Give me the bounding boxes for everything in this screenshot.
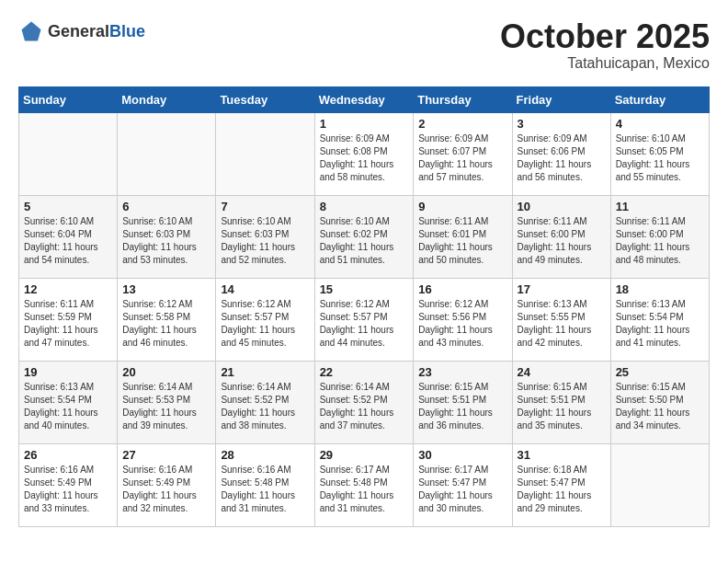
daylight-text: Daylight: 11 hoursand 43 minutes. — [418, 324, 506, 350]
sunrise-text: Sunrise: 6:10 AM — [122, 215, 210, 228]
sunrise-text: Sunrise: 6:09 AM — [518, 132, 606, 145]
sunset-text: Sunset: 5:56 PM — [418, 311, 506, 324]
daylight-hours: Daylight: 11 hours — [320, 158, 409, 171]
calendar-cell: 5Sunrise: 6:10 AMSunset: 6:04 PMDaylight… — [19, 195, 118, 278]
daylight-minutes: and 44 minutes. — [320, 337, 409, 350]
day-info: Sunrise: 6:10 AMSunset: 6:02 PMDaylight:… — [320, 215, 409, 267]
calendar-cell: 10Sunrise: 6:11 AMSunset: 6:00 PMDayligh… — [512, 195, 610, 278]
day-number: 11 — [616, 200, 704, 213]
daylight-minutes: and 34 minutes. — [616, 419, 704, 432]
daylight-minutes: and 31 minutes. — [221, 502, 309, 515]
sunrise-text: Sunrise: 6:09 AM — [418, 132, 506, 145]
daylight-text: Daylight: 11 hoursand 56 minutes. — [518, 158, 606, 184]
daylight-text: Daylight: 11 hoursand 57 minutes. — [418, 158, 506, 184]
weekday-header-thursday: Thursday — [414, 86, 512, 112]
calendar-cell: 11Sunrise: 6:11 AMSunset: 6:00 PMDayligh… — [610, 195, 709, 278]
calendar-cell: 22Sunrise: 6:14 AMSunset: 5:52 PMDayligh… — [314, 361, 414, 443]
day-info: Sunrise: 6:13 AMSunset: 5:54 PMDaylight:… — [24, 381, 112, 432]
daylight-hours: Daylight: 11 hours — [518, 158, 606, 171]
daylight-hours: Daylight: 11 hours — [418, 407, 506, 419]
daylight-minutes: and 36 minutes. — [418, 419, 506, 432]
sunset-text: Sunset: 5:49 PM — [122, 477, 210, 489]
daylight-text: Daylight: 11 hoursand 49 minutes. — [518, 241, 606, 267]
daylight-hours: Daylight: 11 hours — [418, 158, 506, 171]
month-title: October 2025 — [500, 18, 710, 55]
day-number: 27 — [122, 448, 210, 462]
day-info: Sunrise: 6:10 AMSunset: 6:03 PMDaylight:… — [221, 215, 309, 267]
daylight-text: Daylight: 11 hoursand 34 minutes. — [616, 407, 704, 432]
day-number: 25 — [616, 365, 704, 379]
sunset-text: Sunset: 5:58 PM — [122, 311, 210, 324]
daylight-minutes: and 51 minutes. — [320, 254, 409, 267]
sunset-text: Sunset: 5:51 PM — [518, 394, 606, 407]
calendar-cell — [216, 112, 314, 195]
day-number: 21 — [221, 365, 309, 379]
daylight-hours: Daylight: 11 hours — [24, 407, 112, 419]
location-title: Tatahuicapan, Mexico — [500, 55, 710, 72]
day-number: 18 — [616, 282, 704, 296]
daylight-hours: Daylight: 11 hours — [24, 324, 112, 337]
day-info: Sunrise: 6:15 AMSunset: 5:50 PMDaylight:… — [616, 381, 704, 432]
day-info: Sunrise: 6:17 AMSunset: 5:47 PMDaylight:… — [418, 464, 506, 515]
sunrise-text: Sunrise: 6:11 AM — [24, 298, 112, 311]
svg-marker-0 — [22, 22, 41, 41]
day-number: 23 — [418, 365, 506, 379]
calendar-cell — [19, 112, 118, 195]
daylight-minutes: and 31 minutes. — [320, 502, 409, 515]
calendar-cell: 16Sunrise: 6:12 AMSunset: 5:56 PMDayligh… — [414, 278, 512, 361]
daylight-minutes: and 49 minutes. — [518, 254, 606, 267]
weekday-header-friday: Friday — [512, 86, 610, 112]
calendar-table: SundayMondayTuesdayWednesdayThursdayFrid… — [18, 86, 710, 527]
logo-blue-text: Blue — [109, 22, 145, 40]
daylight-text: Daylight: 11 hoursand 36 minutes. — [418, 407, 506, 432]
sunset-text: Sunset: 5:50 PM — [616, 394, 704, 407]
daylight-text: Daylight: 11 hoursand 51 minutes. — [320, 241, 409, 267]
daylight-text: Daylight: 11 hoursand 31 minutes. — [320, 489, 409, 515]
sunrise-text: Sunrise: 6:10 AM — [320, 215, 409, 228]
page-header: GeneralBlue October 2025 Tatahuicapan, M… — [18, 18, 710, 72]
calendar-cell: 26Sunrise: 6:16 AMSunset: 5:49 PMDayligh… — [19, 443, 118, 526]
day-info: Sunrise: 6:10 AMSunset: 6:05 PMDaylight:… — [616, 132, 704, 184]
day-info: Sunrise: 6:15 AMSunset: 5:51 PMDaylight:… — [418, 381, 506, 432]
sunrise-text: Sunrise: 6:16 AM — [221, 464, 309, 477]
calendar-cell: 8Sunrise: 6:10 AMSunset: 6:02 PMDaylight… — [314, 195, 414, 278]
daylight-text: Daylight: 11 hoursand 38 minutes. — [221, 407, 309, 432]
sunset-text: Sunset: 6:08 PM — [320, 145, 409, 158]
calendar-cell: 4Sunrise: 6:10 AMSunset: 6:05 PMDaylight… — [610, 112, 709, 195]
day-info: Sunrise: 6:11 AMSunset: 5:59 PMDaylight:… — [24, 298, 112, 350]
daylight-minutes: and 33 minutes. — [24, 502, 112, 515]
daylight-minutes: and 38 minutes. — [221, 419, 309, 432]
sunset-text: Sunset: 6:06 PM — [518, 145, 606, 158]
daylight-minutes: and 54 minutes. — [24, 254, 112, 267]
sunrise-text: Sunrise: 6:15 AM — [518, 381, 606, 394]
logo: GeneralBlue — [18, 18, 145, 44]
sunset-text: Sunset: 6:00 PM — [616, 228, 704, 241]
sunset-text: Sunset: 6:07 PM — [418, 145, 506, 158]
daylight-hours: Daylight: 11 hours — [518, 407, 606, 419]
daylight-hours: Daylight: 11 hours — [320, 324, 409, 337]
calendar-header-row: SundayMondayTuesdayWednesdayThursdayFrid… — [19, 86, 710, 112]
sunrise-text: Sunrise: 6:15 AM — [418, 381, 506, 394]
daylight-text: Daylight: 11 hoursand 41 minutes. — [616, 324, 704, 350]
daylight-minutes: and 53 minutes. — [122, 254, 210, 267]
day-info: Sunrise: 6:13 AMSunset: 5:54 PMDaylight:… — [616, 298, 704, 350]
sunrise-text: Sunrise: 6:17 AM — [320, 464, 409, 477]
calendar-cell: 19Sunrise: 6:13 AMSunset: 5:54 PMDayligh… — [19, 361, 118, 443]
sunrise-text: Sunrise: 6:10 AM — [24, 215, 112, 228]
day-number: 22 — [320, 365, 409, 379]
day-info: Sunrise: 6:16 AMSunset: 5:49 PMDaylight:… — [122, 464, 210, 515]
daylight-hours: Daylight: 11 hours — [221, 241, 309, 254]
daylight-minutes: and 29 minutes. — [518, 502, 606, 515]
daylight-text: Daylight: 11 hoursand 29 minutes. — [518, 489, 606, 515]
daylight-minutes: and 58 minutes. — [320, 171, 409, 184]
sunset-text: Sunset: 6:03 PM — [221, 228, 309, 241]
sunrise-text: Sunrise: 6:16 AM — [24, 464, 112, 477]
day-number: 4 — [616, 117, 704, 131]
daylight-hours: Daylight: 11 hours — [221, 324, 309, 337]
daylight-hours: Daylight: 11 hours — [122, 489, 210, 502]
daylight-text: Daylight: 11 hoursand 44 minutes. — [320, 324, 409, 350]
day-info: Sunrise: 6:09 AMSunset: 6:08 PMDaylight:… — [320, 132, 409, 184]
calendar-cell: 9Sunrise: 6:11 AMSunset: 6:01 PMDaylight… — [414, 195, 512, 278]
weekday-header-sunday: Sunday — [19, 86, 118, 112]
calendar-cell: 14Sunrise: 6:12 AMSunset: 5:57 PMDayligh… — [216, 278, 314, 361]
